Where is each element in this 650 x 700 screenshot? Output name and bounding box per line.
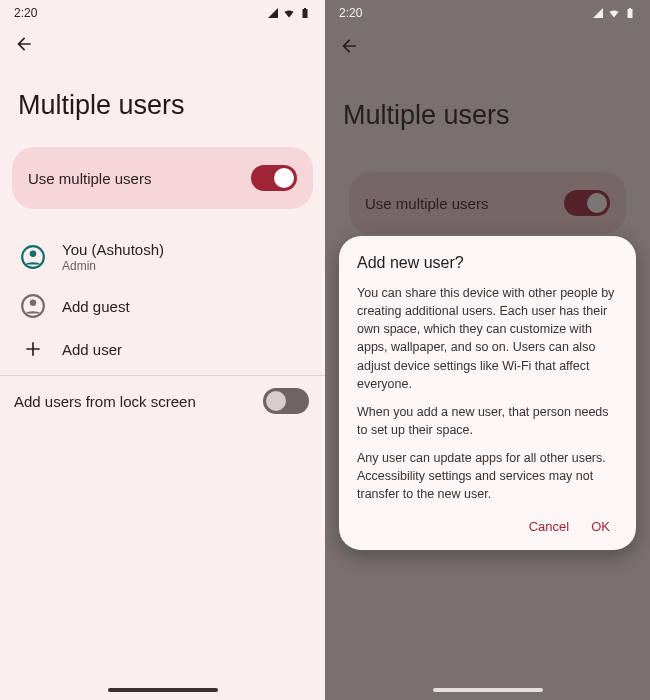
- wifi-icon: [283, 7, 295, 19]
- dialog-paragraph: Any user can update apps for all other u…: [357, 449, 618, 503]
- svg-point-1: [30, 251, 37, 258]
- dialog-paragraph: You can share this device with other peo…: [357, 284, 618, 393]
- user-list: You (Ashutosh) Admin Add guest: [0, 209, 325, 369]
- cancel-button[interactable]: Cancel: [529, 519, 569, 534]
- dialog-paragraph: When you add a new user, that person nee…: [357, 403, 618, 439]
- use-multiple-users-card: Use multiple users: [12, 147, 313, 209]
- arrow-left-icon: [14, 34, 34, 54]
- user-label: You (Ashutosh): [62, 241, 164, 258]
- list-item-you[interactable]: You (Ashutosh) Admin: [6, 231, 319, 283]
- dialog-title: Add new user?: [357, 254, 618, 272]
- svg-point-3: [30, 300, 37, 307]
- add-users-lockscreen-label: Add users from lock screen: [14, 393, 196, 410]
- user-sublabel: Admin: [62, 259, 164, 273]
- add-guest-label: Add guest: [62, 298, 130, 315]
- status-icons: [267, 7, 311, 19]
- person-circle-icon: [20, 244, 46, 270]
- battery-icon: [624, 7, 636, 19]
- add-users-lockscreen-toggle[interactable]: [263, 388, 309, 414]
- ok-button[interactable]: OK: [591, 519, 610, 534]
- status-bar: 2:20: [325, 0, 650, 22]
- home-indicator[interactable]: [433, 688, 543, 692]
- add-new-user-dialog: Add new user? You can share this device …: [339, 236, 636, 550]
- use-multiple-users-label: Use multiple users: [28, 170, 151, 187]
- status-time: 2:20: [339, 6, 362, 20]
- back-button[interactable]: [10, 30, 38, 58]
- battery-icon: [299, 7, 311, 19]
- home-indicator[interactable]: [108, 688, 218, 692]
- plus-icon: [23, 339, 43, 359]
- signal-icon: [267, 7, 279, 19]
- status-time: 2:20: [14, 6, 37, 20]
- wifi-icon: [608, 7, 620, 19]
- list-item-add-guest[interactable]: Add guest: [6, 283, 319, 329]
- use-multiple-users-toggle[interactable]: [251, 165, 297, 191]
- phone-screen-left: 2:20 Multiple users Use multiple users: [0, 0, 325, 700]
- page-title: Multiple users: [0, 62, 325, 147]
- status-icons: [592, 7, 636, 19]
- status-bar: 2:20: [0, 0, 325, 22]
- list-item-add-user[interactable]: Add user: [6, 329, 319, 369]
- signal-icon: [592, 7, 604, 19]
- person-outline-icon: [20, 293, 46, 319]
- dialog-body: You can share this device with other peo…: [357, 284, 618, 503]
- add-users-lockscreen-row: Add users from lock screen: [0, 376, 325, 426]
- add-user-label: Add user: [62, 341, 122, 358]
- phone-screen-right: Multiple users Use multiple users 2:20 A…: [325, 0, 650, 700]
- dialog-actions: Cancel OK: [357, 513, 618, 540]
